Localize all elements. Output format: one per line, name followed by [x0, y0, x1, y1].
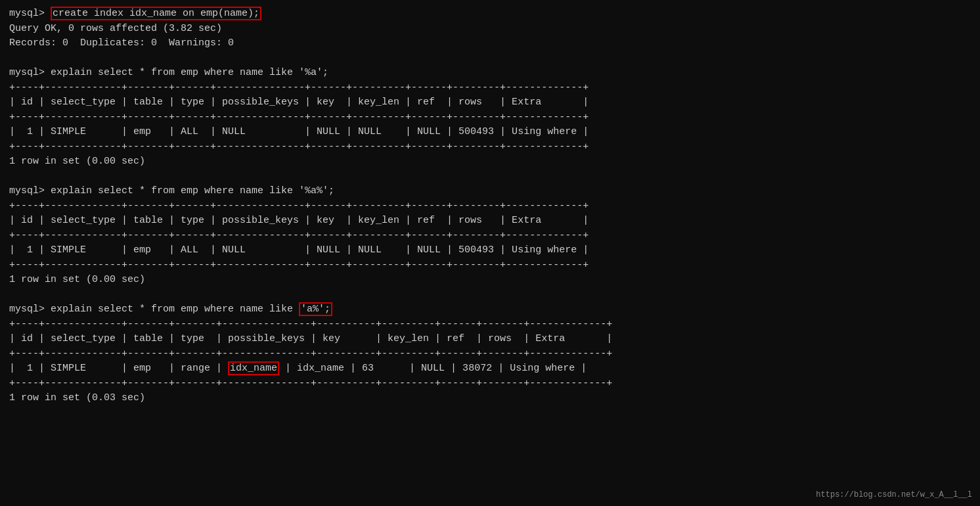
line-4 — [9, 51, 971, 66]
terminal: mysql> create index idx_name on emp(name… — [9, 7, 971, 406]
line-8: +----+-------------+-------+------+-----… — [9, 110, 971, 126]
line-23: | id | select_type | table | type | poss… — [9, 332, 971, 347]
prompt-1: mysql> — [9, 8, 51, 19]
line-15: | id | select_type | table | type | poss… — [9, 214, 971, 229]
line-27: 1 row in set (0.03 sec) — [9, 391, 971, 406]
line-5: mysql> explain select * from emp where n… — [9, 66, 971, 81]
line-7: | id | select_type | table | type | poss… — [9, 95, 971, 110]
line-24: +----+-------------+-------+-------+----… — [9, 347, 971, 362]
line-14: +----+-------------+-------+------+-----… — [9, 199, 971, 214]
line-12 — [9, 170, 971, 185]
watermark: https://blog.csdn.net/w_x_A__l__l — [816, 489, 972, 501]
line-11: 1 row in set (0.00 sec) — [9, 154, 971, 170]
like-pattern-highlight: 'a%'; — [299, 302, 332, 316]
line-13: mysql> explain select * from emp where n… — [9, 184, 971, 199]
line-3: Records: 0 Duplicates: 0 Warnings: 0 — [9, 36, 971, 51]
line-16: +----+-------------+-------+------+-----… — [9, 229, 971, 244]
line-22: +----+-------------+-------+-------+----… — [9, 317, 971, 333]
data-after: | idx_name | 63 | NULL | 38072 | Using w… — [279, 363, 587, 374]
prompt-3: mysql> explain select * from emp where n… — [9, 304, 299, 315]
line-1: mysql> create index idx_name on emp(name… — [9, 7, 971, 22]
idx-name-highlight: idx_name — [228, 361, 279, 375]
command-highlight-1: create index idx_name on emp(name); — [51, 7, 261, 20]
line-2: Query OK, 0 rows affected (3.82 sec) — [9, 22, 971, 37]
line-18: +----+-------------+-------+------+-----… — [9, 258, 971, 273]
line-17: | 1 | SIMPLE | emp | ALL | NULL | NULL |… — [9, 243, 971, 258]
line-20 — [9, 288, 971, 303]
line-25: | 1 | SIMPLE | emp | range | idx_name | … — [9, 361, 971, 377]
line-6: +----+-------------+-------+------+-----… — [9, 81, 971, 96]
line-19: 1 row in set (0.00 sec) — [9, 273, 971, 288]
data-before: | 1 | SIMPLE | emp | range | — [9, 363, 228, 374]
line-21: mysql> explain select * from emp where n… — [9, 302, 971, 317]
line-10: +----+-------------+-------+------+-----… — [9, 140, 971, 155]
line-9: | 1 | SIMPLE | emp | ALL | NULL | NULL |… — [9, 125, 971, 140]
line-26: +----+-------------+-------+-------+----… — [9, 377, 971, 392]
